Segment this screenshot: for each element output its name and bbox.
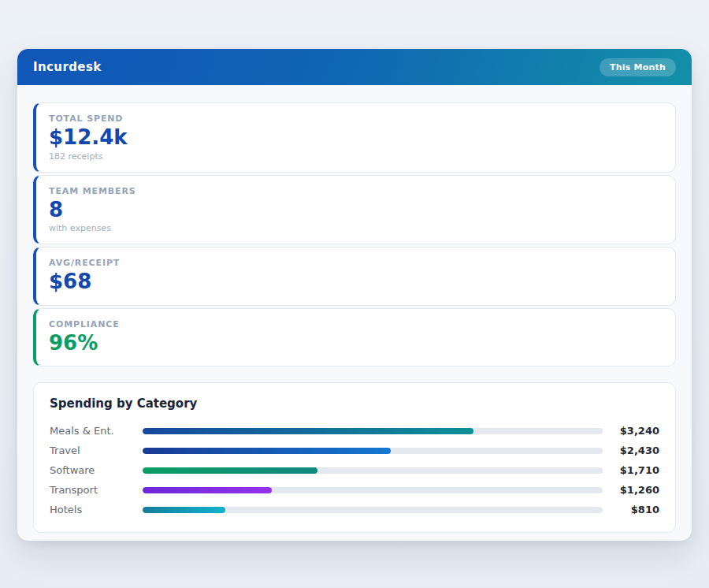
bar-fill — [143, 507, 225, 513]
app-header: Incurdesk This Month — [17, 49, 692, 85]
stat-card-compliance: COMPLIANCE 96% — [33, 308, 676, 367]
bar-row-hotels: Hotels $810 — [50, 500, 659, 519]
bar-fill — [143, 487, 272, 493]
app-title: Incurdesk — [33, 60, 102, 74]
bar-fill — [143, 467, 317, 474]
stat-subtext: 182 receipts — [49, 151, 663, 162]
stat-card-total-spend: TOTAL SPEND $12.4k 182 receipts — [33, 102, 676, 173]
bar-track — [143, 428, 603, 434]
bar-value-label: $810 — [603, 504, 659, 515]
bar-value-label: $3,240 — [603, 425, 659, 437]
stat-label: COMPLIANCE — [49, 319, 663, 329]
stat-label: TEAM MEMBERS — [49, 186, 663, 196]
period-badge[interactable]: This Month — [599, 58, 676, 76]
stat-label: TOTAL SPEND — [49, 114, 663, 124]
bar-track — [143, 487, 603, 493]
bar-fill — [143, 448, 391, 454]
bar-category-label: Transport — [50, 484, 143, 496]
stat-card-team-members: TEAM MEMBERS 8 with expenses — [33, 175, 676, 245]
stat-value: 96% — [49, 330, 663, 356]
stat-value: 8 — [49, 197, 663, 223]
bar-fill — [143, 428, 473, 434]
bar-category-label: Software — [50, 464, 143, 476]
bar-value-label: $1,710 — [603, 464, 659, 476]
page-background: Incurdesk This Month TOTAL SPEND $12.4k … — [0, 0, 709, 588]
bar-track — [143, 448, 603, 454]
stat-label: AVG/RECEIPT — [49, 258, 663, 268]
stat-subtext: with expenses — [49, 223, 663, 233]
bar-track — [143, 507, 603, 513]
dashboard-body: TOTAL SPEND $12.4k 182 receipts TEAM MEM… — [17, 85, 692, 541]
bar-row-software: Software $1,710 — [50, 460, 659, 480]
chart-title: Spending by Category — [50, 396, 659, 411]
bar-category-label: Travel — [50, 445, 143, 456]
bar-row-transport: Transport $1,260 — [50, 480, 659, 500]
bar-row-travel: Travel $2,430 — [50, 441, 659, 460]
bar-track — [143, 467, 603, 474]
bar-value-label: $2,430 — [603, 445, 659, 456]
stat-value: $12.4k — [49, 125, 663, 151]
stat-value: $68 — [49, 269, 663, 295]
bar-category-label: Hotels — [50, 504, 143, 515]
app-container: Incurdesk This Month TOTAL SPEND $12.4k … — [17, 49, 692, 541]
bar-value-label: $1,260 — [603, 484, 659, 496]
spending-by-category-card: Spending by Category Meals & Ent. $3,240… — [33, 382, 676, 533]
bar-row-meals: Meals & Ent. $3,240 — [50, 421, 659, 441]
bar-category-label: Meals & Ent. — [50, 425, 143, 437]
stat-card-avg-receipt: AVG/RECEIPT $68 — [33, 247, 676, 306]
